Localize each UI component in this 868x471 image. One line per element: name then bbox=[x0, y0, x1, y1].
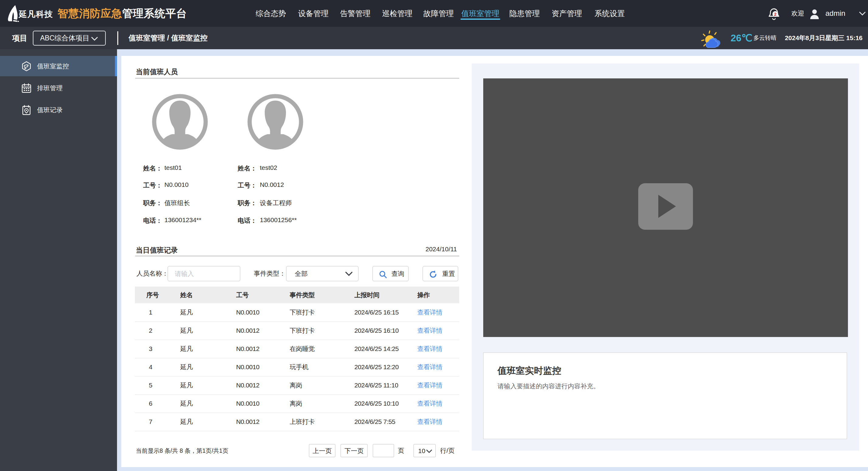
svg-text:2: 2 bbox=[774, 11, 777, 17]
